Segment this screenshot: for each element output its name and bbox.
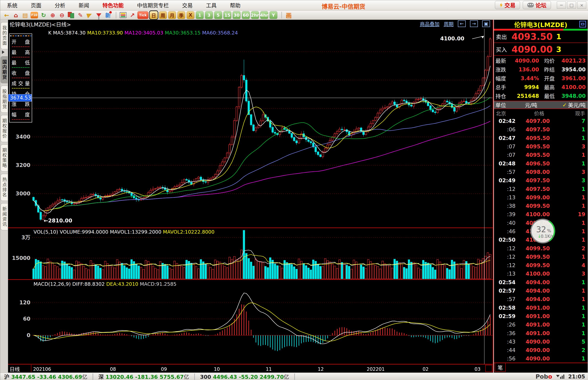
menu-新闻[interactable]: 新闻	[72, 0, 96, 10]
f10-icon[interactable]: F10	[30, 11, 38, 19]
svg-text:日线: 日线	[10, 366, 20, 372]
period-1[interactable]: 1	[196, 11, 204, 19]
quote-info-grid: 最新4090.00均价4021.23涨跌136.00昨结3954.00幅度3.4…	[494, 56, 588, 100]
tape-row: 02:474095.501	[494, 134, 588, 142]
index-沪: 沪 3447.65 -33.46 4306.69亿	[4, 373, 87, 380]
compare-cards-icon[interactable]	[67, 11, 75, 19]
sidebar-tab-期权报价[interactable]: 期权报价	[0, 115, 8, 142]
svg-text:←2810.00: ←2810.00	[44, 218, 72, 224]
toolbar: ←⌂▤F10↻⊕⊖✎新↗Tick日周月季X1351530602hr4hrY画	[0, 11, 588, 20]
quote-bottom-tabbar: 笔	[494, 362, 588, 373]
zoom-out-icon[interactable]: ⊖	[58, 11, 66, 19]
tape-row: 02:574094.001	[494, 286, 588, 295]
period-5[interactable]: 5	[214, 11, 222, 19]
sidebar-tab-我的页面[interactable]: 我的页面	[0, 22, 8, 49]
period-日[interactable]: 日	[150, 11, 158, 19]
period-60[interactable]: 60	[242, 11, 250, 19]
tape-row: 02:584091.001	[494, 304, 588, 312]
svg-text:11: 11	[266, 366, 272, 372]
trade-button[interactable]: 交易	[495, 1, 520, 9]
svg-text:09: 09	[161, 366, 167, 372]
menubar-right: 交易 •••论坛 ─ □ ×	[495, 1, 586, 9]
page-manage-icon[interactable]: 画	[285, 11, 293, 19]
period-季[interactable]: 季	[177, 11, 185, 19]
chart-panel: 伦锌电3(LMZDE)<日线> 商品叠加周期←→▣ K MA5:3874.30 …	[8, 20, 493, 373]
new-feature-icon[interactable]: 新	[104, 11, 112, 19]
unit-cny-option[interactable]: 元/吨	[525, 101, 537, 109]
svg-text:12: 12	[318, 366, 324, 372]
sidebar-tab-新闻资讯[interactable]: 新闻资讯	[0, 203, 8, 230]
svg-text:3400: 3400	[16, 134, 30, 140]
menu-工具[interactable]: 工具	[199, 0, 223, 10]
svg-text:202106: 202106	[33, 366, 51, 372]
index-300: 300 4496.43 -55.20 2499.70亿	[200, 373, 289, 380]
pobo-logo: Pobo	[535, 373, 552, 380]
forum-button[interactable]: •••论坛	[523, 1, 551, 9]
period-Tick[interactable]: Tick	[137, 11, 148, 19]
period-X[interactable]: X	[187, 11, 194, 19]
app-window: 系统页面分析新闻特色功能中信期货专栏交易工具帮助 博易云-中信期货 交易 •••…	[0, 0, 588, 380]
refresh-icon[interactable]: ↻	[39, 11, 48, 19]
menu-items: 系统页面分析新闻特色功能中信期货专栏交易工具帮助	[0, 0, 247, 10]
trend-chart-icon[interactable]: ↗	[128, 11, 136, 19]
download-progress-overlay: 32%↓0.1K/s	[530, 218, 556, 244]
buy-qty: 3	[556, 45, 561, 54]
draw-pencil-icon[interactable]: ✎	[76, 11, 84, 19]
quote-row-涨跌: 涨跌136.00昨结3954.00	[494, 65, 588, 74]
tab-tick-detail[interactable]: 笔	[495, 363, 506, 372]
sell-row: 卖出4093.501	[494, 31, 588, 43]
home-icon[interactable]: ⌂	[12, 11, 20, 19]
close-button[interactable]: ×	[577, 1, 586, 9]
menu-分析[interactable]: 分析	[48, 0, 72, 10]
window-title: 博易云-中信期货	[322, 2, 365, 10]
tape-header: 北京价格现手	[494, 109, 588, 117]
svg-text:202201: 202201	[367, 366, 385, 372]
period-周[interactable]: 周	[159, 11, 167, 19]
period-4hr[interactable]: 4hr	[260, 11, 268, 19]
minimize-button[interactable]: ─	[557, 1, 566, 9]
menu-页面[interactable]: 页面	[24, 0, 48, 10]
quote-row-幅度: 幅度3.44%开盘3961.00	[494, 74, 588, 83]
period-月[interactable]: 月	[168, 11, 176, 19]
maximize-button[interactable]: □	[567, 1, 576, 9]
paint-horn-icon[interactable]	[85, 11, 94, 19]
tape-row: :124099.501	[494, 253, 588, 261]
lightning-icon	[499, 2, 503, 8]
network-signal-icon	[556, 375, 564, 379]
zoom-in-icon[interactable]: ⊕	[49, 11, 57, 19]
tape-row: :124097.501	[494, 185, 588, 193]
menu-中信期货专栏[interactable]: 中信期货专栏	[130, 0, 175, 10]
restore-window-icon[interactable]	[579, 21, 586, 27]
period-Y[interactable]: Y	[269, 11, 277, 19]
sidebar-tab-期权策略[interactable]: 期权策略	[0, 144, 8, 171]
period-2hr[interactable]: 2hr	[251, 11, 259, 19]
quote-book-icon[interactable]: ▤	[21, 11, 29, 19]
tape-row: :064097.501	[494, 125, 588, 134]
sell-price: 4093.50	[512, 31, 553, 42]
quote-table-icon[interactable]	[119, 11, 127, 19]
svg-text:08: 08	[110, 366, 116, 372]
expand-arrow-icon[interactable]	[2, 50, 6, 54]
tape-row: :074095.503	[494, 142, 588, 151]
menu-帮助[interactable]: 帮助	[223, 0, 247, 10]
menu-交易[interactable]: 交易	[175, 0, 199, 10]
tape-row: :434090.005	[494, 338, 588, 346]
sidebar-tab-热点排名[interactable]: 热点排名	[0, 174, 8, 201]
period-30[interactable]: 30	[233, 11, 241, 19]
menu-特色功能[interactable]: 特色功能	[96, 0, 130, 10]
unit-row: 单位 元/吨 ✓美元/吨	[494, 101, 588, 109]
tape-row: :574094.001	[494, 295, 588, 303]
period-3[interactable]: 3	[205, 11, 213, 19]
menu-系统[interactable]: 系统	[0, 0, 24, 10]
sidebar-tab-股指期货[interactable]: 股指期货	[0, 86, 8, 113]
unit-usd-option[interactable]: ✓美元/吨	[562, 101, 586, 109]
tape-row: :124099.504	[494, 261, 588, 269]
quote-title: 伦锌电3(LMZDE)	[494, 20, 588, 29]
back-icon[interactable]: ←	[2, 11, 11, 19]
tape-row: :364091.001	[494, 329, 588, 337]
svg-text:3000: 3000	[16, 190, 30, 197]
menu-bar: 系统页面分析新闻特色功能中信期货专栏交易工具帮助 博易云-中信期货 交易 •••…	[0, 0, 588, 10]
period-15[interactable]: 15	[224, 11, 231, 19]
filter-icon[interactable]	[95, 11, 103, 19]
sidebar-tab-国内期货[interactable]: 国内期货	[0, 56, 8, 83]
